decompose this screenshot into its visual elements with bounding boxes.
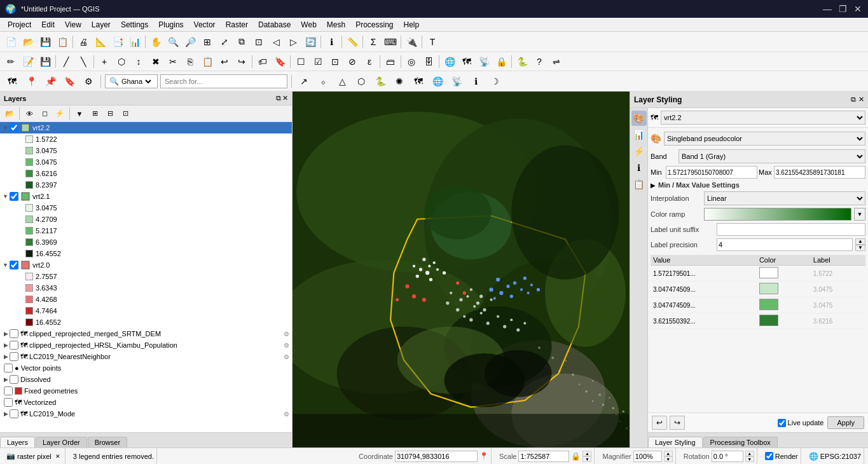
python-button[interactable]: 🐍 xyxy=(514,53,530,70)
select-button[interactable]: ☐ xyxy=(293,53,309,70)
layer-check-fixed[interactable] xyxy=(4,386,13,395)
expand-arrow-srtm[interactable]: ▶ xyxy=(4,331,8,337)
plugins-button[interactable]: 🔌 xyxy=(403,34,420,50)
layer-check-vrt21[interactable] xyxy=(10,192,18,201)
layer-check-vrt20[interactable] xyxy=(10,261,18,270)
layers-hide-all[interactable]: ◻ xyxy=(38,107,52,121)
maximize-button[interactable]: ❐ xyxy=(837,4,848,14)
layers-open-button[interactable]: 📂 xyxy=(3,107,17,121)
identify-button[interactable]: ℹ xyxy=(323,34,340,50)
layer-check-hrsl[interactable] xyxy=(10,341,18,350)
delete-selected-button[interactable]: ✖ xyxy=(148,53,164,70)
digitize-tool-3[interactable]: △ xyxy=(334,73,350,90)
search-input[interactable] xyxy=(165,78,266,85)
browser4-btn[interactable]: 🔒 xyxy=(493,53,509,70)
menu-database[interactable]: Database xyxy=(253,19,296,31)
style-history-icon[interactable]: 📊 xyxy=(631,127,647,142)
scale-up-btn[interactable]: ▲ xyxy=(582,451,591,456)
digitize-tool-1[interactable]: ↗ xyxy=(296,73,312,90)
tab-browser[interactable]: Browser xyxy=(88,437,127,447)
locator-icon-2[interactable]: 📍 xyxy=(23,73,39,90)
menu-mesh[interactable]: Mesh xyxy=(322,19,350,31)
label-unit-suffix-input[interactable] xyxy=(717,223,865,236)
styling-layer-combo[interactable]: vrt2.2 xyxy=(661,111,865,125)
paste-features-button[interactable]: 📋 xyxy=(199,53,216,70)
print-composer-button[interactable]: 📐 xyxy=(92,34,109,50)
clear-status-button[interactable]: ✕ xyxy=(53,452,62,461)
digitize-tool-4[interactable]: ⬡ xyxy=(353,73,369,90)
browser2-btn[interactable]: 🗺 xyxy=(458,53,475,70)
layer-options-lc2019nn[interactable]: ⚙ xyxy=(284,353,289,360)
minimize-button[interactable]: — xyxy=(822,4,832,14)
undo-button[interactable]: ↩ xyxy=(216,53,233,70)
layer-row-vrt22[interactable]: ▼ vrt2.2 xyxy=(0,122,292,133)
layer-check-srtm[interactable] xyxy=(10,329,18,338)
digitize-tool-5[interactable]: 🐍 xyxy=(372,73,389,90)
style-metadata-icon[interactable]: ℹ xyxy=(631,160,647,175)
digitize-tool-8[interactable]: 🌐 xyxy=(429,73,446,90)
copy-features-button[interactable]: ⎘ xyxy=(182,53,198,70)
redo-styling-button[interactable]: ↪ xyxy=(670,416,685,430)
menu-plugins[interactable]: Plugins xyxy=(153,19,188,31)
band-combo[interactable]: Band 1 (Gray) xyxy=(679,149,865,163)
zoom-selection-button[interactable]: ⊡ xyxy=(251,34,267,50)
open-table-button[interactable]: 🗃 xyxy=(382,53,399,70)
plugin3-button[interactable]: ⇌ xyxy=(548,53,565,70)
expand-arrow-lc2019mode[interactable]: ▶ xyxy=(4,411,8,417)
cut-features-button[interactable]: ✂ xyxy=(165,53,181,70)
scale-input[interactable] xyxy=(518,451,569,462)
layer-row-vrt21[interactable]: ▼ vrt2.1 xyxy=(0,191,292,202)
expand-arrow-hrsl[interactable]: ▶ xyxy=(4,342,8,348)
save-edits-button[interactable]: 💾 xyxy=(37,53,53,70)
rotation-input[interactable] xyxy=(712,451,743,462)
color-table-row-2[interactable]: 3.047474509... 3.0475 xyxy=(651,282,865,297)
layer-row-lc2019nn[interactable]: ▶ 🗺 LC2019_NearestNeighbor ⚙ xyxy=(0,351,292,362)
attr-label2-button[interactable]: 🔖 xyxy=(272,53,288,70)
max-value-input[interactable] xyxy=(774,166,865,179)
interpolation-combo[interactable]: Linear Discrete Exact xyxy=(704,191,865,205)
digitize-tool-9[interactable]: 📡 xyxy=(448,73,465,90)
style-legend-icon[interactable]: 📋 xyxy=(631,177,647,192)
layers-show-all[interactable]: 👁 xyxy=(22,107,36,121)
style-properties-icon[interactable]: 🎨 xyxy=(631,111,647,126)
digitize-tool-10[interactable]: ℹ xyxy=(467,73,484,90)
zoom-next-button[interactable]: ▷ xyxy=(285,34,301,50)
color-table-row-4[interactable]: 3.621550392... 3.6216 xyxy=(651,313,865,329)
magnifier-up-btn[interactable]: ▲ xyxy=(664,451,673,456)
open-layout-button[interactable]: 📑 xyxy=(109,34,126,50)
menu-web[interactable]: Web xyxy=(296,19,321,31)
menu-settings[interactable]: Settings xyxy=(116,19,153,31)
digitize-tool-6[interactable]: ✺ xyxy=(391,73,408,90)
attr-label-button[interactable]: 🏷 xyxy=(254,53,271,70)
layer-row-vecpts[interactable]: ● Vector points xyxy=(0,362,292,374)
layer-row-srtm[interactable]: ▶ 🗺 clipped_reprojected_merged_SRTM_DEM … xyxy=(0,328,292,339)
measure-button[interactable]: 📏 xyxy=(344,34,361,50)
zoom-full-button[interactable]: ⤢ xyxy=(216,34,233,50)
styling-close-icon[interactable]: ✕ xyxy=(858,95,864,104)
browser3-btn[interactable]: 📡 xyxy=(476,53,492,70)
temp-scratch-button[interactable]: ◎ xyxy=(403,53,420,70)
add-feature-button[interactable]: + xyxy=(96,53,113,70)
layers-expand-all[interactable]: ⊞ xyxy=(88,107,102,121)
help-button[interactable]: T xyxy=(424,34,441,50)
layer-row-vectorized[interactable]: 🗺 Vectorized xyxy=(0,397,292,408)
save-as-button[interactable]: 📋 xyxy=(54,34,71,50)
precision-up-button[interactable]: ▲ xyxy=(855,238,865,245)
plugin2-button[interactable]: ? xyxy=(531,53,548,70)
ct-color-2[interactable] xyxy=(757,282,811,297)
digitize-tool-2[interactable]: ⬦ xyxy=(315,73,331,90)
zoom-out-button[interactable]: 🔎 xyxy=(182,34,198,50)
min-value-input[interactable] xyxy=(666,166,757,179)
color-table-row-1[interactable]: 1.572179501... 1.5722 xyxy=(651,266,865,282)
expand-arrow-vrt22[interactable]: ▼ xyxy=(3,125,8,131)
coordinate-input[interactable] xyxy=(395,451,478,462)
expand-arrow-dissolved[interactable]: ▶ xyxy=(4,376,8,383)
db-manager-button[interactable]: 🗄 xyxy=(420,53,437,70)
edit-layer-button[interactable]: 📝 xyxy=(20,53,36,70)
layer-check-vecpts[interactable] xyxy=(4,364,13,372)
layers-remove-layer[interactable]: ⊡ xyxy=(118,107,132,121)
menu-processing[interactable]: Processing xyxy=(350,19,398,31)
zoom-in-button[interactable]: 🔍 xyxy=(165,34,181,50)
zoom-layer-button[interactable]: ⧉ xyxy=(233,34,250,50)
zoom-rubber-band-button[interactable]: ⊞ xyxy=(199,34,216,50)
